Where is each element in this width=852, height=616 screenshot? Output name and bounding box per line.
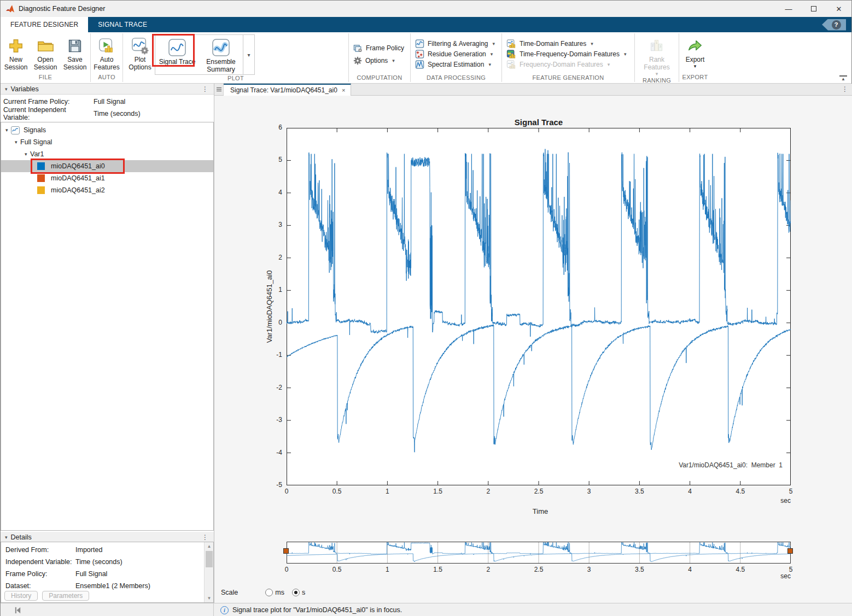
tree-item-miodaq6451-ai0[interactable]: mioDAQ6451_ai0 [1,160,213,172]
residue-generation-icon [415,50,424,58]
save-session-button[interactable]: Save Session [60,34,90,71]
tree-item-miodaq6451-ai1[interactable]: mioDAQ6451_ai1 [1,172,213,184]
time-frequency-domain-features-button[interactable]: Time-Frequency-Domain Features ▾ [506,50,626,58]
plot-options-icon [131,36,149,56]
signal-color-swatch [37,174,45,182]
scale-label: Scale [221,589,238,596]
y-tick-label: 3 [264,221,282,228]
chevron-down-icon: ▾ [694,63,697,69]
panner-left-handle[interactable] [283,548,289,554]
x-tick-label: 3 [577,488,601,495]
collapse-triangle-icon: ▾ [5,86,8,92]
y-axis-label: Var1/mioDAQ6451_ai0 [265,271,273,343]
details-menu-icon[interactable]: ⋮ [202,533,208,541]
signals-icon [11,126,20,134]
minimize-button[interactable]: — [776,1,801,17]
plot-options-button[interactable]: Plot Options [125,34,155,71]
signal-color-swatch [37,162,45,170]
details-scrollbar[interactable]: ▲ ▼ [204,542,213,602]
y-tick-label: -2 [264,384,282,391]
panner-tick-label: 2.5 [527,566,551,573]
section-label-plot: PLOT [123,75,348,83]
signal-trace-axes[interactable]: Var1/mioDAQ6451_ai0: Member 1 00.511.522… [287,128,791,485]
gear-icon [353,56,362,65]
tabbar-menu-icon[interactable]: ⋮ [842,85,848,93]
auto-features-icon [98,36,115,56]
x-tick-label: 0.5 [325,488,349,495]
panner-tick-label: 1.5 [426,566,450,573]
y-tick-label: -1 [264,351,282,359]
help-icon: ? [832,20,841,30]
tree-item-miodaq6451-ai2[interactable]: mioDAQ6451_ai2 [1,184,213,196]
signal-trace-icon [168,37,186,58]
frequency-domain-features-button[interactable]: Frequency-Domain Features ▾ [506,60,626,69]
computation-options-button[interactable]: Options ▾ [353,56,404,65]
rank-features-button[interactable]: 213 Rank Features ▾ [642,34,672,77]
scrollbar-thumb[interactable] [206,551,213,567]
new-session-button[interactable]: New Session [1,34,31,71]
filtering-averaging-button[interactable]: Filtering & Averaging ▾ [415,39,495,48]
open-session-button[interactable]: Open Session [31,34,60,71]
matlab-logo-icon [5,4,15,14]
residue-generation-button[interactable]: Residue Generation ▾ [415,50,495,58]
maximize-icon [811,6,816,11]
ribbon-collapse-button[interactable]: ▲ [839,75,847,81]
help-button[interactable]: ? [822,19,846,31]
maximize-button[interactable] [801,1,826,17]
frame-policy-button[interactable]: Frame Policy [353,44,404,52]
y-tick-label: -4 [264,449,282,456]
variables-menu-icon[interactable]: ⋮ [202,85,208,93]
history-button[interactable]: History [4,591,38,601]
expand-triangle-icon[interactable]: ▾ [5,127,11,133]
panner-tick-label: 0 [275,566,299,573]
detail-row: Independent Variable: Time (seconds) [5,556,122,568]
panner-tick-label: 0.5 [325,566,349,573]
dock-grip-icon[interactable] [214,84,224,95]
info-icon: i [220,606,229,614]
svg-text:2: 2 [652,43,654,47]
collapse-panel-icon[interactable] [14,606,22,614]
member-annotation: Var1/mioDAQ6451_ai0: Member 1 [679,461,783,469]
time-domain-features-button[interactable]: Time-Domain Features ▾ [506,39,626,48]
ensemble-summary-button[interactable]: Ensemble Summary [199,35,243,74]
variables-panel-header[interactable]: ▾ Variables ⋮ [1,84,214,95]
document-tabbar: Signal Trace: Var1/mioDAQ6451_ai0 × ⋮ [214,84,852,96]
signal-trace-document-tab[interactable]: Signal Trace: Var1/mioDAQ6451_ai0 × [224,84,351,96]
auto-features-button[interactable]: Auto Features [92,34,121,71]
scroll-down-icon[interactable]: ▼ [205,594,214,602]
titlebar: Diagnostic Feature Designer — ✕ [1,1,851,17]
parameters-button[interactable]: Parameters [42,591,89,601]
x-tick-label: 5 [779,488,803,495]
signal-color-swatch [37,186,45,194]
ribbon-toolbar: New Session Open Session Save Session FI… [1,32,851,84]
chevron-down-icon: ▾ [624,51,627,57]
frame-policy-icon [353,44,363,52]
scroll-up-icon[interactable]: ▲ [205,542,214,550]
section-label-data-processing: DATA PROCESSING [411,74,501,83]
chevron-down-icon: ▾ [247,52,250,58]
open-session-icon [37,36,54,56]
tab-signal-trace[interactable]: SIGNAL TRACE [88,17,157,32]
filtering-averaging-icon [415,39,424,48]
scale-ms-radio[interactable] [265,589,273,596]
close-button[interactable]: ✕ [826,1,851,17]
panner-right-handle[interactable] [787,548,793,554]
spectral-estimation-button[interactable]: Spectral Estimation ▾ [415,60,495,69]
section-label-auto: AUTO [91,74,122,83]
expand-triangle-icon[interactable]: ▾ [25,151,30,157]
close-tab-icon[interactable]: × [342,87,345,93]
details-panel-header[interactable]: ▾ Details ⋮ [1,532,214,543]
panner[interactable]: 00.511.522.533.544.55 [287,542,791,564]
signal-trace-button[interactable]: Signal Trace [155,35,199,74]
details-panel: Derived From: Imported Independent Varia… [1,542,214,603]
expand-triangle-icon[interactable]: ▾ [15,139,20,145]
tree-node-signals[interactable]: ▾ Signals [1,124,213,136]
x-tick-label: 4 [678,488,702,495]
tree-node-full-signal[interactable]: ▾ Full Signal [1,136,213,148]
scale-s-radio[interactable] [292,589,300,596]
plot-gallery-dropdown[interactable]: ▾ [243,34,255,75]
tree-node-var1[interactable]: ▾ Var1 [1,148,213,160]
y-tick-label: 2 [264,254,282,261]
export-button[interactable]: Export ▾ [680,34,710,69]
tab-feature-designer[interactable]: FEATURE DESIGNER [1,17,88,32]
